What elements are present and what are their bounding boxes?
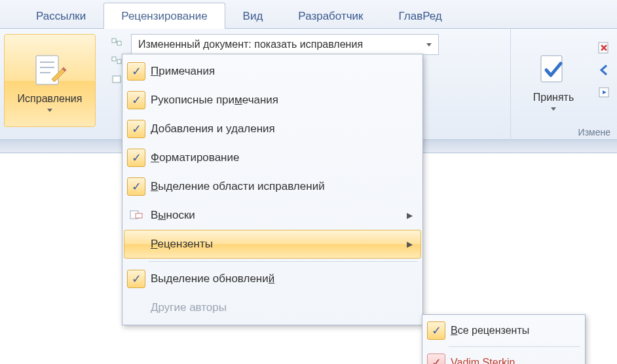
reject-icon[interactable]: [596, 39, 613, 56]
accept-label: Принять: [533, 92, 574, 103]
menu-item-other-authors: Другие авторы: [124, 293, 421, 322]
reviewers-submenu: ✓ Все рецензенты ✓ Vadim Sterkin ✓ Coutt…: [422, 314, 586, 364]
svg-rect-12: [541, 56, 562, 82]
accept-button[interactable]: Принять: [517, 34, 589, 127]
balloons-icon: [127, 206, 145, 225]
menu-label: Форматирование: [151, 151, 413, 164]
svg-rect-4: [112, 39, 116, 43]
menu-label: Другие авторы: [151, 301, 413, 314]
reject-nav-icons: [592, 29, 617, 101]
menu-item-highlight-updates[interactable]: ✓ Выделение обновлений: [124, 264, 421, 293]
menu-label: Добавления и удаления: [151, 122, 413, 136]
check-icon: ✓: [127, 270, 145, 288]
tab-mailings[interactable]: Рассылки: [18, 3, 103, 28]
check-icon: ✓: [127, 177, 145, 196]
check-icon: ✓: [127, 62, 145, 81]
menu-item-markup-area[interactable]: ✓ Выделение области исправлений: [124, 172, 421, 201]
menu-label: Рецензенты: [151, 238, 402, 251]
menu-label: Выноски: [151, 209, 402, 222]
show-markup-menu: ✓ Примечания ✓ Рукописные примечания ✓ Д…: [122, 54, 423, 325]
previous-icon[interactable]: [596, 62, 613, 79]
menu-separator: [149, 261, 417, 262]
tab-view[interactable]: Вид: [225, 3, 281, 28]
check-icon: ✓: [127, 120, 145, 138]
svg-rect-6: [112, 57, 116, 61]
check-icon: ✓: [127, 149, 145, 167]
submenu-reviewer-1[interactable]: ✓ Vadim Sterkin: [424, 350, 584, 364]
chevron-down-icon: [426, 43, 432, 46]
reviewer-name: Vadim Sterkin: [451, 357, 575, 364]
dropdown-arrow-icon: [47, 106, 52, 113]
tab-review[interactable]: Рецензирование: [103, 3, 225, 29]
svg-rect-8: [113, 76, 121, 82]
menu-separator: [449, 346, 580, 347]
tab-glavred[interactable]: ГлавРед: [381, 3, 460, 28]
menu-item-reviewers[interactable]: Рецензенты ▶: [124, 230, 421, 259]
next-icon[interactable]: [596, 84, 613, 101]
menu-item-insertions[interactable]: ✓ Добавления и удаления: [124, 115, 421, 143]
check-icon: ✓: [127, 91, 145, 109]
submenu-arrow-icon: ▶: [407, 211, 413, 220]
track-changes-button[interactable]: Исправления: [4, 34, 96, 127]
track-changes-icon: [30, 51, 69, 90]
menu-label: Выделение области исправлений: [151, 180, 413, 193]
ribbon-tabs: Рассылки Рецензирование Вид Разработчик …: [0, 0, 617, 29]
submenu-arrow-icon: ▶: [407, 240, 413, 249]
check-icon: ✓: [427, 354, 445, 364]
check-icon: ✓: [427, 321, 445, 340]
dropdown-arrow-icon: [551, 105, 556, 112]
menu-label: Выделение обновлений: [151, 272, 413, 285]
tab-developer[interactable]: Разработчик: [280, 3, 381, 28]
svg-rect-7: [117, 60, 121, 64]
menu-item-ink[interactable]: ✓ Рукописные примечания: [124, 86, 421, 115]
accept-icon: [536, 52, 571, 89]
track-changes-label: Исправления: [18, 93, 83, 105]
menu-item-comments[interactable]: ✓ Примечания: [124, 57, 421, 86]
svg-rect-5: [117, 41, 121, 45]
spacer: [127, 235, 145, 253]
svg-rect-16: [136, 213, 142, 218]
menu-label: Примечания: [151, 65, 413, 78]
display-for-review-label: Измененный документ: показать исправлени…: [138, 39, 363, 50]
group-label-changes: Измене: [578, 127, 610, 137]
submenu-all-reviewers[interactable]: ✓ Все рецензенты: [424, 318, 584, 344]
changes-group: Принять Измене: [510, 29, 617, 140]
prev-change-icon[interactable]: [110, 35, 124, 50]
display-for-review-dropdown[interactable]: Измененный документ: показать исправлени…: [131, 34, 439, 55]
menu-label: Все рецензенты: [451, 325, 575, 337]
menu-item-formatting[interactable]: ✓ Форматирование: [124, 143, 421, 172]
menu-item-balloons[interactable]: Выноски ▶: [124, 201, 421, 230]
menu-label: Рукописные примечания: [151, 94, 413, 107]
